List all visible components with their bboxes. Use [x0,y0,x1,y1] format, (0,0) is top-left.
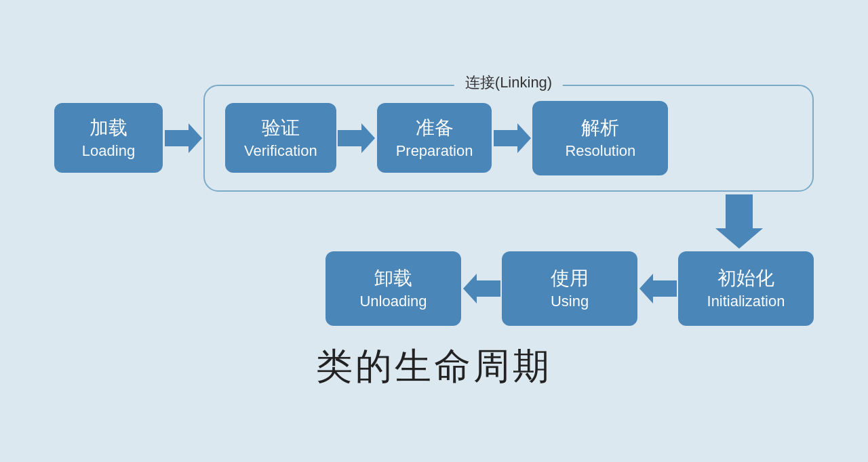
row2-down-arrow [54,192,814,249]
linking-label: 连接(Linking) [454,72,563,93]
loading-box: 加载 Loading [54,103,163,173]
resolution-box: 解析 Resolution [532,101,668,175]
linking-border: 验证 Verification 准备 Preparation [203,85,814,192]
diagram: 加载 Loading 连接(Linking) 验证 Verification [27,64,841,398]
diagram-title: 类的生命周期 [54,342,814,392]
preparation-en: Preparation [396,141,473,161]
using-box: 使用 Using [502,251,637,326]
svg-marker-2 [494,123,531,153]
row3-flow: 卸载 Unloading 使用 Using [54,251,814,326]
arrow-verification-to-preparation [336,121,377,155]
initialization-zh: 初始化 [717,266,774,291]
arrow-preparation-to-resolution [492,121,532,155]
unloading-en: Unloading [359,291,427,312]
verification-zh: 验证 [262,115,300,141]
arrow-initialization-to-using [637,272,678,306]
verification-en: Verification [244,141,317,161]
arrow-using-to-unloading [461,272,502,306]
linking-group: 连接(Linking) 验证 Verification 准备 Preparati… [203,85,814,192]
resolution-zh: 解析 [581,115,619,141]
preparation-box: 准备 Preparation [377,103,492,173]
preparation-zh: 准备 [416,115,454,141]
row3-inner: 卸载 Unloading 使用 Using [326,251,814,326]
verification-box: 验证 Verification [225,103,336,173]
unloading-box: 卸载 Unloading [326,251,461,326]
initialization-box: 初始化 Initialization [678,251,814,326]
arrow-loading-to-verification [163,121,203,155]
loading-zh: 加载 [90,115,127,141]
svg-marker-4 [463,274,500,303]
resolution-en: Resolution [565,141,635,161]
initialization-en: Initialization [707,291,785,312]
loading-en: Loading [82,141,135,161]
arrow-resolution-to-initialization [665,192,814,249]
svg-marker-5 [639,274,677,303]
row1-flow: 加载 Loading 连接(Linking) 验证 Verification [54,85,814,192]
using-en: Using [551,291,589,312]
svg-marker-3 [715,194,763,249]
unloading-zh: 卸载 [374,266,412,291]
svg-marker-0 [165,123,202,153]
using-zh: 使用 [551,266,589,291]
svg-marker-1 [338,123,375,153]
